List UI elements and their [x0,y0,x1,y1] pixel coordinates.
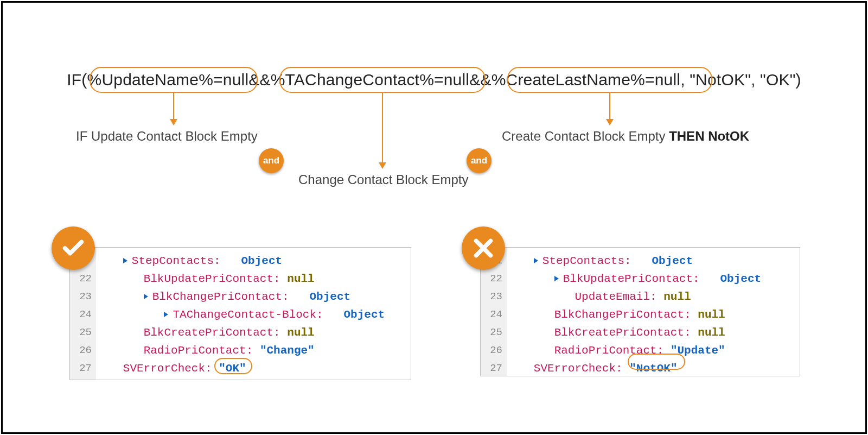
line-number: 23 [70,288,96,306]
explain-create-prefix: Create Contact Block Empty [502,129,669,143]
arrow-shaft-2 [382,93,383,163]
explain-create-bold: THEN NotOK [669,129,749,143]
line-number: 22 [70,270,96,288]
check-badge [52,226,95,270]
code-key: BlkUpdatePriContact [144,273,273,285]
check-icon [61,236,86,261]
and-badge-2: and [467,148,492,173]
line-number: 26 [481,342,507,360]
cross-badge [462,226,505,270]
line-number: 27 [70,360,96,377]
line-number: 24 [70,306,96,324]
code-value: Object [720,273,762,285]
code-value: null [663,291,691,303]
code-line: TAChangeContact-Block: Object [103,306,405,324]
line-number: 25 [481,324,507,342]
pill-tachange [279,67,486,93]
explain-update: IF Update Contact Block Empty [76,129,258,144]
cross-icon [471,236,496,261]
code-line: RadioPriContact: "Change" [103,342,405,360]
code-value: Object [310,291,351,303]
code-value: null [287,326,314,339]
line-number: 23 [481,288,507,306]
arrow-head-3 [606,119,614,125]
code-line: StepContacts: Object [513,252,794,270]
arrow-head-1 [170,119,177,125]
ring-notok [628,354,685,370]
line-number: 24 [481,306,507,324]
code-line: BlkChangePriContact: Object [103,288,405,306]
code-key: StepContacts [132,255,214,267]
code-key: TAChangeContact-Block [173,308,316,321]
line-number: 22 [481,270,507,288]
line-number: 26 [70,342,96,360]
code-key: RadioPriContact [144,344,246,357]
ring-ok [214,358,252,374]
expand-triangle-icon [123,258,127,263]
line-number: 25 [70,324,96,342]
code-value: Object [652,255,693,267]
code-key: BlkUpdatePriContact [563,273,693,285]
expand-triangle-icon [534,258,538,263]
pill-createlastname [507,67,712,93]
expand-triangle-icon [144,294,148,299]
code-value: Object [241,255,282,267]
code-line: BlkCreatePriContact: null [103,324,405,342]
code-key: UpdateEmail [575,291,650,303]
arrow-head-2 [379,162,386,169]
code-key: BlkCreatePriContact [554,326,684,339]
code-key: SVErrorCheck [534,362,616,375]
code-line: StepContacts: Object [103,252,405,270]
arrow-shaft-1 [173,93,174,120]
code-key: BlkChangePriContact [152,291,282,303]
code-line: BlkUpdatePriContact: Object [513,270,794,288]
code-value: "Change" [260,344,315,357]
expand-triangle-icon [554,276,559,281]
arrow-shaft-3 [609,93,610,120]
explain-change: Change Contact Block Empty [298,172,469,187]
code-key: StepContacts [542,255,624,267]
code-line: BlkChangePriContact: null [513,306,794,324]
diagram-frame: IF(%UpdateName%=null&&%TAChangeContact%=… [1,1,867,434]
pill-updatename [90,67,258,93]
code-value: null [698,326,725,339]
code-key: SVErrorCheck [123,362,205,375]
code-key: BlkChangePriContact [554,308,684,321]
code-line: SVErrorCheck: "OK" [103,360,405,377]
code-key: BlkCreatePriContact [144,326,273,339]
code-value: null [287,273,314,285]
expand-triangle-icon [164,312,168,317]
code-line: BlkCreatePriContact: null [513,324,794,342]
and-badge-1: and [259,148,284,173]
code-line: UpdateEmail: null [513,288,794,306]
code-line: BlkUpdatePriContact: null [103,270,405,288]
explain-create: Create Contact Block Empty THEN NotOK [502,129,749,144]
code-ok: StepContacts: Object BlkUpdatePriContact… [96,248,411,380]
code-value: null [698,308,725,321]
line-number: 27 [481,360,507,377]
code-value: Object [344,308,385,321]
